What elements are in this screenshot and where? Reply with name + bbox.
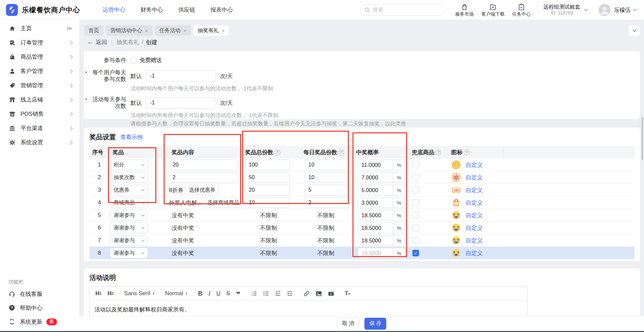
prize-type-select[interactable]: 谢谢参与 <box>110 235 148 246</box>
chevron-right-icon[interactable] <box>70 140 73 145</box>
top-nav-item-4[interactable]: 报表中心 <box>210 6 233 14</box>
back-button[interactable]: ← 返回 <box>87 38 107 46</box>
help-icon[interactable]: ? <box>436 150 441 155</box>
quick-link-task-center[interactable]: 任务中心 <box>507 3 536 17</box>
strike-button[interactable]: S <box>223 289 233 299</box>
fallback-checkbox[interactable] <box>412 237 419 244</box>
fallback-checkbox[interactable] <box>412 174 419 181</box>
fallback-checkbox[interactable] <box>412 199 419 206</box>
prize-type-select[interactable]: 优惠券 <box>110 185 148 195</box>
font-size-select[interactable]: Normal▲▼ <box>162 289 190 299</box>
sidebar-item-2[interactable]: 订单管理 <box>0 35 80 50</box>
sidebar-item-7[interactable]: POS销售 <box>0 107 80 121</box>
sidebar-item-5[interactable]: 营销管理 <box>0 78 80 93</box>
underline-button[interactable]: U <box>213 289 223 299</box>
sidebar-footer-update[interactable]: 系统更新新 <box>0 315 80 329</box>
tab-1[interactable]: 首页 <box>84 25 103 36</box>
tab-2[interactable]: 营销活动中心× <box>106 25 152 36</box>
quick-link-client-download[interactable]: 客户端下载 <box>479 3 507 17</box>
sidebar-item-4[interactable]: 客户管理 <box>0 64 80 78</box>
win-rate-input[interactable]: 18.5000 <box>358 210 393 220</box>
win-rate-input[interactable]: 11.0000 <box>358 160 393 170</box>
fallback-checkbox[interactable]: ✓ <box>412 250 419 256</box>
select-item-button[interactable]: 选择商城商品 <box>204 198 243 208</box>
prize-content-input[interactable]: 2 <box>169 172 238 183</box>
prize-daily-input[interactable]: 5 <box>305 185 349 195</box>
customize-link[interactable]: 自定义 <box>466 186 483 194</box>
win-rate-input[interactable]: 18.5000 <box>358 248 393 258</box>
bold-button[interactable]: B <box>195 289 205 299</box>
heading1-button[interactable]: H1 <box>92 289 104 299</box>
prize-type-select[interactable]: 积分 <box>110 160 148 170</box>
win-rate-input[interactable]: 18.5000 <box>358 223 393 233</box>
save-button[interactable]: 保 存 <box>364 318 386 330</box>
search-input[interactable] <box>373 7 439 13</box>
outdent-button[interactable] <box>272 289 284 299</box>
link-button[interactable] <box>300 289 313 299</box>
cancel-button[interactable]: 取 消 <box>337 318 359 330</box>
close-icon[interactable]: × <box>222 28 225 33</box>
close-icon[interactable]: × <box>145 28 148 33</box>
prize-total-input[interactable]: 20 <box>245 185 290 195</box>
prize-type-select[interactable]: 抽奖次数 <box>110 172 148 183</box>
sidebar-item-8[interactable]: 平台渠道 <box>0 121 80 135</box>
fallback-checkbox[interactable] <box>412 187 419 193</box>
chevron-down-icon[interactable] <box>584 9 588 11</box>
customize-link[interactable]: 自定义 <box>466 161 483 169</box>
user-menu[interactable]: 乐檬伍 <box>599 4 637 16</box>
fallback-checkbox[interactable] <box>412 225 419 231</box>
scrollbar[interactable] <box>641 117 643 160</box>
close-icon[interactable]: × <box>184 28 187 33</box>
chevron-right-icon[interactable] <box>70 40 73 45</box>
win-rate-input[interactable]: 18.5000 <box>358 235 393 245</box>
tab-list-expand-button[interactable] <box>629 25 640 36</box>
customize-link[interactable]: 自定义 <box>466 224 483 232</box>
account-switcher[interactable]: 远程组测试账套 ID: 118753 <box>543 4 580 16</box>
prize-type-select[interactable]: 谢谢参与 <box>110 223 148 233</box>
sidebar-item-1[interactable]: 主页 <box>0 21 80 35</box>
chevron-right-icon[interactable] <box>70 55 73 59</box>
indent-button[interactable] <box>284 289 296 299</box>
customize-link[interactable]: 自定义 <box>466 199 483 207</box>
sidebar-footer-service[interactable]: 在线客服 <box>0 287 80 301</box>
customize-link[interactable]: 自定义 <box>466 237 483 244</box>
fallback-checkbox[interactable] <box>412 162 419 168</box>
video-button[interactable] <box>325 289 337 299</box>
tab-4[interactable]: 抽奖有礼× <box>193 25 229 36</box>
sidebar-item-9[interactable]: 系统设置 <box>0 135 80 150</box>
tab-3[interactable]: 任务活动× <box>155 25 191 36</box>
prize-daily-input[interactable]: 2 <box>305 197 349 208</box>
italic-button[interactable]: I <box>205 289 213 299</box>
prize-content-input[interactable]: 20 <box>169 160 238 170</box>
sidebar-item-3[interactable]: 商品管理 <box>0 50 80 64</box>
help-icon[interactable]: ? <box>275 150 280 155</box>
win-rate-input[interactable]: 3.0000 <box>358 198 393 208</box>
top-nav-item-3[interactable]: 供应链 <box>178 6 195 14</box>
win-rate-input[interactable]: 7.0000 <box>358 172 393 182</box>
chevron-right-icon[interactable] <box>70 98 73 102</box>
prize-daily-input[interactable]: 10 <box>305 160 349 170</box>
prize-type-select[interactable]: 商城商品 <box>110 197 148 208</box>
win-rate-input[interactable]: 5.0000 <box>358 185 393 195</box>
prize-total-input[interactable]: 100 <box>245 160 290 170</box>
fallback-checkbox[interactable] <box>412 212 419 219</box>
chevron-right-icon[interactable] <box>70 69 73 74</box>
sidebar-collapse-icon[interactable] <box>67 26 73 31</box>
activity-daily-times-input[interactable]: -1 <box>146 97 216 108</box>
chevron-right-icon[interactable] <box>70 83 73 88</box>
search-box[interactable] <box>360 4 446 16</box>
blockquote-button[interactable]: ❞ <box>233 289 243 299</box>
sidebar-item-6[interactable]: 线上店铺 <box>0 93 80 107</box>
ordered-list-button[interactable]: 123 <box>248 289 260 299</box>
help-icon[interactable]: ? <box>339 150 344 155</box>
prize-daily-input[interactable]: 10 <box>305 172 349 183</box>
prize-type-select[interactable]: 谢谢参与 <box>110 210 148 221</box>
top-nav-item-1[interactable]: 运营中心 <box>103 6 125 14</box>
chevron-right-icon[interactable] <box>70 112 73 116</box>
chevron-right-icon[interactable] <box>70 126 73 131</box>
top-nav-item-2[interactable]: 财务中心 <box>140 6 163 14</box>
quick-link-market-bag[interactable]: 服务市场 <box>450 3 479 17</box>
customize-link[interactable]: 自定义 <box>466 174 483 181</box>
view-example-link[interactable]: 查看示例 <box>120 133 143 141</box>
font-family-select[interactable]: Sans Serif▲▼ <box>121 289 157 299</box>
